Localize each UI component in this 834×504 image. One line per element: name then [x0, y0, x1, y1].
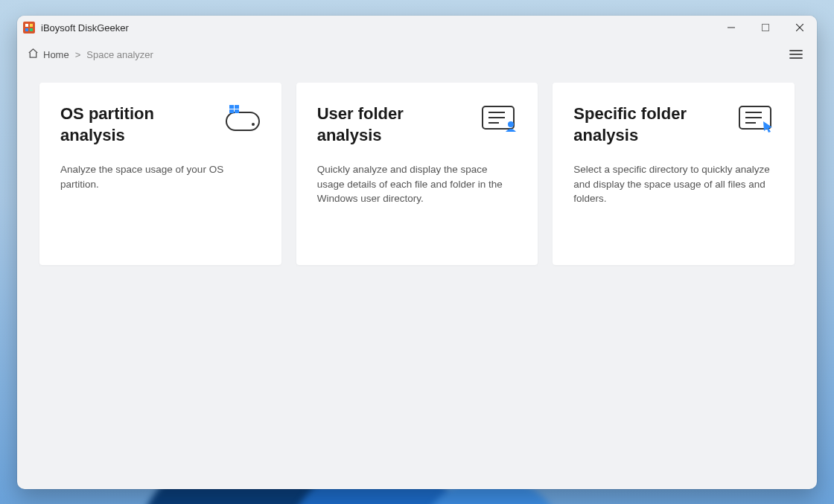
card-title: OS partition analysis — [60, 103, 202, 146]
card-header: User folder analysis — [317, 103, 518, 146]
svg-rect-6 — [763, 25, 769, 31]
svg-rect-17 — [235, 109, 239, 113]
title-bar: iBoysoft DiskGeeker — [17, 16, 817, 39]
card-os-partition-analysis[interactable]: OS partition analysis Analyze — [39, 83, 281, 265]
card-description: Analyze the space usage of your OS parti… — [60, 162, 261, 191]
content-area: OS partition analysis Analyze — [17, 69, 817, 489]
svg-rect-2 — [30, 24, 33, 27]
app-title: iBoysoft DiskGeeker — [41, 22, 129, 34]
card-title: User folder analysis — [317, 103, 459, 146]
card-specific-folder-analysis[interactable]: Specific folder analysis Select a specif… — [553, 83, 795, 265]
card-description: Select a specific directory to quickly a… — [573, 162, 774, 206]
svg-point-13 — [252, 123, 255, 126]
breadcrumb-separator: > — [75, 49, 81, 60]
svg-rect-14 — [229, 105, 234, 109]
card-title: Specific folder analysis — [573, 103, 715, 146]
svg-rect-16 — [229, 109, 234, 113]
select-list-icon — [738, 103, 774, 133]
card-description: Quickly analyze and display the space us… — [317, 162, 518, 206]
svg-point-22 — [508, 121, 514, 127]
breadcrumb-current: Space analyzer — [86, 49, 153, 60]
svg-rect-12 — [226, 112, 259, 130]
maximize-button[interactable] — [748, 16, 783, 39]
minimize-button[interactable] — [714, 16, 748, 39]
breadcrumb-home[interactable]: Home — [28, 48, 69, 61]
home-icon — [28, 48, 39, 61]
card-user-folder-analysis[interactable]: User folder analysis Quickly analyze and… — [296, 83, 538, 265]
app-window: iBoysoft DiskGeeker Home > Space — [17, 16, 817, 489]
breadcrumb-home-label: Home — [43, 49, 69, 60]
svg-rect-0 — [23, 22, 35, 34]
disk-icon — [225, 103, 261, 133]
window-controls — [714, 16, 817, 39]
close-button[interactable] — [783, 16, 817, 39]
user-list-icon — [481, 103, 517, 133]
svg-rect-1 — [25, 24, 28, 27]
card-row: OS partition analysis Analyze — [39, 83, 795, 265]
menu-button[interactable] — [786, 44, 806, 65]
svg-rect-15 — [235, 105, 239, 109]
breadcrumb-bar: Home > Space analyzer — [17, 39, 817, 69]
svg-rect-3 — [25, 28, 28, 31]
svg-rect-4 — [30, 28, 33, 31]
card-header: OS partition analysis — [60, 103, 261, 146]
card-header: Specific folder analysis — [573, 103, 774, 146]
app-icon — [23, 22, 35, 34]
